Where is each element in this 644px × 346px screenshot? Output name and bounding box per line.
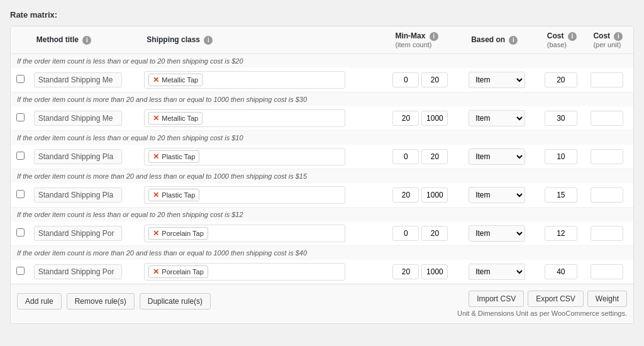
row-checkbox[interactable] — [16, 113, 25, 121]
condition-row: If the order item count is more than 20 … — [11, 92, 633, 106]
footer-right-actions: Import CSV Export CSV Weight Unit & Dime… — [457, 291, 627, 317]
table-row: ✕Metallic TapItem — [11, 106, 633, 131]
th-method-title: Method title i — [30, 26, 141, 53]
table-row: ✕Porcelain TapItem — [11, 221, 633, 246]
tag-label: Plastic Tap — [162, 191, 195, 199]
duplicate-rules-button[interactable]: Duplicate rule(s) — [140, 293, 211, 310]
cost-base-input[interactable] — [545, 149, 577, 164]
max-input[interactable] — [421, 264, 448, 279]
method-title-input[interactable] — [34, 149, 122, 164]
row-checkbox[interactable] — [16, 228, 25, 237]
min-input[interactable] — [392, 149, 419, 164]
condition-row: If the order item count is more than 20 … — [11, 245, 633, 260]
table-header-row: Method title i Shipping class i Min-Max … — [11, 26, 633, 53]
row-checkbox[interactable] — [16, 190, 25, 198]
min-input[interactable] — [392, 187, 419, 203]
shipping-class-tag-input[interactable]: ✕Porcelain Tap — [144, 225, 345, 242]
min-input[interactable] — [392, 226, 419, 241]
shipping-class-tag-input[interactable]: ✕Metallic Tap — [144, 71, 345, 89]
tag-remove-icon[interactable]: ✕ — [153, 229, 159, 238]
th-checkbox — [11, 26, 30, 53]
shipping-class-tag: ✕Metallic Tap — [148, 74, 203, 86]
cost-base-info-icon[interactable]: i — [568, 32, 577, 41]
based-on-select[interactable]: Item — [469, 225, 525, 242]
tag-remove-icon[interactable]: ✕ — [153, 267, 159, 276]
tag-remove-icon[interactable]: ✕ — [153, 114, 159, 123]
shipping-class-tag: ✕Plastic Tap — [148, 150, 199, 163]
shipping-class-tag: ✕Metallic Tap — [148, 112, 203, 125]
table-row: ✕Plastic TapItem — [11, 183, 633, 208]
cost-base-input[interactable] — [545, 187, 577, 203]
cost-unit-input[interactable] — [591, 226, 623, 241]
method-title-input[interactable] — [34, 226, 122, 241]
shipping-class-tag: ✕Plastic Tap — [148, 189, 199, 201]
table-footer: Add rule Remove rule(s) Duplicate rule(s… — [11, 284, 633, 323]
min-input[interactable] — [392, 72, 419, 87]
based-on-select[interactable]: Item — [469, 187, 525, 203]
method-title-info-icon[interactable]: i — [82, 36, 91, 45]
export-csv-button[interactable]: Export CSV — [528, 291, 584, 307]
import-csv-button[interactable]: Import CSV — [469, 291, 524, 307]
cost-unit-input[interactable] — [591, 111, 623, 126]
cost-unit-input[interactable] — [591, 187, 623, 203]
min-input[interactable] — [392, 111, 419, 126]
based-on-select[interactable]: Item — [469, 110, 525, 126]
cost-base-input[interactable] — [545, 111, 577, 126]
condition-row: If the order item count is more than 20 … — [11, 169, 633, 183]
table-row: ✕Metallic TapItem — [11, 68, 633, 92]
min-input[interactable] — [392, 264, 419, 279]
tag-remove-icon[interactable]: ✕ — [153, 75, 159, 84]
max-input[interactable] — [421, 149, 448, 164]
remove-rules-button[interactable]: Remove rule(s) — [67, 293, 135, 310]
max-input[interactable] — [421, 187, 448, 203]
based-on-select[interactable]: Item — [469, 148, 525, 165]
shipping-class-info-icon[interactable]: i — [204, 36, 213, 45]
table-body: If the order item count is less than or … — [11, 53, 633, 284]
method-title-input[interactable] — [34, 187, 122, 203]
max-input[interactable] — [421, 226, 448, 241]
based-on-select[interactable]: Item — [469, 72, 525, 88]
row-checkbox[interactable] — [16, 152, 25, 160]
shipping-class-tag-input[interactable]: ✕Plastic Tap — [144, 186, 345, 204]
based-on-select[interactable]: Item — [469, 264, 525, 280]
based-on-info-icon[interactable]: i — [509, 36, 518, 45]
th-cost-base: Cost i (base) — [541, 26, 587, 53]
add-rule-button[interactable]: Add rule — [17, 293, 62, 310]
tag-label: Metallic Tap — [162, 76, 198, 84]
min-max-info-icon[interactable]: i — [430, 32, 438, 41]
cost-unit-input[interactable] — [591, 72, 623, 87]
max-input[interactable] — [421, 72, 448, 87]
method-title-input[interactable] — [34, 72, 122, 87]
table-row: ✕Porcelain TapItem — [11, 260, 633, 284]
row-checkbox[interactable] — [16, 267, 25, 275]
cost-base-input[interactable] — [545, 72, 577, 87]
tag-label: Metallic Tap — [162, 114, 198, 122]
shipping-class-tag-input[interactable]: ✕Plastic Tap — [144, 148, 345, 165]
row-checkbox[interactable] — [16, 75, 25, 83]
tag-label: Porcelain Tap — [162, 268, 203, 276]
weight-button[interactable]: Weight — [587, 291, 627, 307]
rate-matrix-table: Method title i Shipping class i Min-Max … — [11, 26, 633, 284]
rate-matrix-title: Rate matrix: — [10, 10, 634, 20]
cost-unit-input[interactable] — [591, 149, 623, 164]
csv-weight-buttons: Import CSV Export CSV Weight — [469, 291, 627, 307]
tag-remove-icon[interactable]: ✕ — [153, 191, 159, 199]
shipping-class-tag: ✕Porcelain Tap — [148, 227, 208, 240]
cost-unit-info-icon[interactable]: i — [614, 32, 623, 41]
cost-base-input[interactable] — [545, 264, 577, 279]
shipping-class-tag-input[interactable]: ✕Porcelain Tap — [144, 263, 345, 281]
method-title-input[interactable] — [34, 264, 122, 279]
shipping-class-tag-input[interactable]: ✕Metallic Tap — [144, 109, 345, 127]
th-cost-unit: Cost i (per unit) — [587, 26, 633, 53]
condition-row: If the order item count is less than or … — [11, 207, 633, 221]
table-row: ✕Plastic TapItem — [11, 145, 633, 169]
tag-remove-icon[interactable]: ✕ — [153, 152, 159, 161]
method-title-input[interactable] — [34, 111, 122, 126]
condition-row: If the order item count is less than or … — [11, 53, 633, 68]
shipping-class-tag: ✕Porcelain Tap — [148, 265, 208, 278]
th-min-max: Min-Max i (item count) — [389, 26, 465, 53]
cost-base-input[interactable] — [545, 226, 577, 241]
max-input[interactable] — [421, 111, 448, 126]
cost-unit-input[interactable] — [591, 264, 623, 279]
footer-note: Unit & Dimensions Unit as per WooCommerc… — [457, 310, 627, 317]
